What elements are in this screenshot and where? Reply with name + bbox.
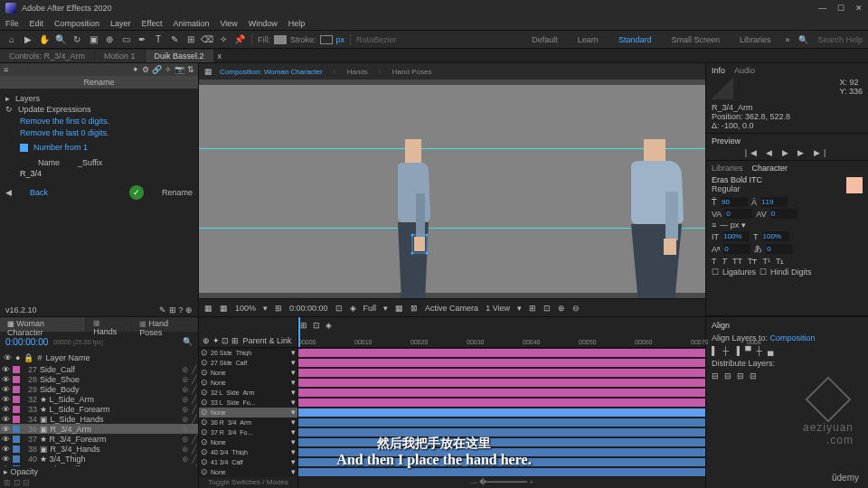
- search-help[interactable]: Search Help: [817, 35, 863, 44]
- selection-tool-icon[interactable]: ▶: [22, 33, 34, 46]
- duik-update[interactable]: Update Expressions: [18, 105, 91, 114]
- layer-row[interactable]: 👁36▣ R_3/4_Arm⊕ ╱: [0, 424, 198, 434]
- vscale[interactable]: [722, 231, 750, 241]
- roto-tool-icon[interactable]: ✧: [217, 33, 230, 46]
- menu-view[interactable]: View: [220, 19, 237, 28]
- text-tool-icon[interactable]: T: [152, 33, 165, 46]
- hand-tool-icon[interactable]: ✋: [38, 33, 51, 46]
- duik-camera-icon[interactable]: 📷: [175, 65, 184, 74]
- layer-row[interactable]: 👁34▣ L_Side_Hands⊕ ╱: [0, 414, 198, 424]
- minimize-button[interactable]: —: [818, 4, 826, 13]
- dist-icon[interactable]: ⊟: [737, 371, 744, 380]
- parent-cell[interactable]: ⊙None▾: [199, 408, 297, 418]
- track[interactable]: [298, 398, 705, 408]
- puppet-tool-icon[interactable]: 📌: [233, 33, 246, 46]
- track[interactable]: [298, 457, 705, 467]
- eraser-tool-icon[interactable]: ⌫: [201, 33, 213, 46]
- tracking[interactable]: [770, 209, 797, 219]
- timeline-timecode[interactable]: 0:00:00:00: [5, 337, 48, 347]
- zoom-tool-icon[interactable]: 🔍: [54, 33, 67, 46]
- subscript[interactable]: T₁: [776, 257, 785, 266]
- workspace-default[interactable]: Default: [526, 34, 563, 45]
- parent-cell[interactable]: ⊙41 3/4_Calf▾: [199, 457, 297, 467]
- menu-layer[interactable]: Layer: [110, 19, 131, 28]
- align-hcenter-icon[interactable]: ┼: [722, 346, 728, 355]
- track[interactable]: [298, 378, 705, 388]
- rotobezier-toggle[interactable]: RotoBezier: [356, 35, 397, 44]
- font-style[interactable]: Regular: [712, 184, 762, 193]
- timeline-tab-poses[interactable]: ▦ Hand Poses: [132, 317, 197, 332]
- dist-icon[interactable]: ⊟: [750, 371, 757, 380]
- duik-remove-last[interactable]: Remove the last 0 digits.: [20, 128, 193, 137]
- tsume[interactable]: [766, 244, 793, 254]
- parent-cell[interactable]: ⊙26 Side_Thigh▾: [199, 348, 297, 358]
- duik-numfrom[interactable]: Number from 1: [33, 143, 88, 152]
- resolution[interactable]: Full: [363, 304, 377, 313]
- menu-help[interactable]: Help: [288, 19, 306, 28]
- viewer-timecode[interactable]: 0:00:00:00: [289, 304, 328, 313]
- align-bottom-icon[interactable]: ▄: [768, 346, 773, 355]
- align-vcenter-icon[interactable]: ┼: [757, 346, 762, 355]
- duik-numfrom-checkbox[interactable]: [20, 144, 28, 152]
- align-left-icon[interactable]: ▌: [712, 346, 717, 355]
- panel-tab-duik[interactable]: Duik Bassel.2: [146, 50, 213, 62]
- track[interactable]: [298, 348, 705, 358]
- duik-settings-icon[interactable]: ⚙: [142, 65, 149, 74]
- duik-tool-icon[interactable]: ✦: [132, 65, 139, 74]
- duik-layers[interactable]: Layers: [15, 94, 40, 103]
- toggle-switches[interactable]: Toggle Switches / Modes: [199, 477, 297, 488]
- align-right-icon[interactable]: ▐: [734, 346, 740, 355]
- track[interactable]: [298, 358, 705, 368]
- search-icon[interactable]: 🔍: [798, 35, 808, 44]
- fill-swatch[interactable]: [274, 35, 287, 44]
- baseline[interactable]: [723, 244, 750, 254]
- duik-io-icon[interactable]: ⇅: [187, 65, 194, 74]
- parent-cell[interactable]: ⊙None▾: [199, 368, 297, 378]
- workspace-learn[interactable]: Learn: [572, 34, 604, 45]
- menu-edit[interactable]: Edit: [30, 19, 44, 28]
- dist-icon[interactable]: ⊟: [712, 371, 719, 380]
- font-size[interactable]: [721, 197, 748, 207]
- parent-cell[interactable]: ⊙37 R_3/4_Fo...▾: [199, 427, 297, 437]
- view-count[interactable]: 1 View: [486, 304, 510, 313]
- track[interactable]: [298, 447, 705, 457]
- faux-bold[interactable]: T: [712, 257, 717, 266]
- parent-cell[interactable]: ⊙36 R_3/4_Arm▾: [199, 418, 297, 427]
- layer-row[interactable]: 👁29Side_Body⊕ ╱: [0, 384, 198, 394]
- faux-italic[interactable]: T: [722, 257, 728, 266]
- parent-cell[interactable]: ⊙None▾: [199, 467, 297, 477]
- allcaps[interactable]: TT: [732, 257, 742, 266]
- menu-composition[interactable]: Composition: [54, 19, 99, 28]
- panel-tab-controls[interactable]: Controls: R_3/4_Arm: [0, 50, 94, 62]
- rotate-tool-icon[interactable]: ↻: [71, 33, 83, 46]
- track[interactable]: [298, 408, 705, 418]
- opacity-prop[interactable]: Opacity: [11, 467, 39, 476]
- track[interactable]: [298, 427, 705, 437]
- layer-row[interactable]: 👁27Side_Calf⊕ ╱: [0, 364, 198, 374]
- libraries-tab[interactable]: Libraries: [712, 164, 743, 173]
- composition-viewer[interactable]: [199, 80, 705, 298]
- stamp-tool-icon[interactable]: ⊞: [184, 33, 197, 46]
- stroke-width[interactable]: px: [336, 35, 345, 44]
- stroke-swatch[interactable]: [320, 35, 333, 44]
- parent-cell[interactable]: ⊙27 Side_Calf▾: [199, 358, 297, 368]
- tl-markers-icon[interactable]: ◈: [326, 321, 332, 330]
- duik-link-icon[interactable]: 🔗: [152, 65, 162, 74]
- tab-close[interactable]: x: [218, 52, 222, 61]
- active-camera[interactable]: Active Camera: [425, 304, 478, 313]
- track[interactable]: [298, 437, 705, 447]
- timeline-tab-main[interactable]: ▦ Woman Character: [0, 317, 85, 332]
- preview-controls[interactable]: |◀ ◀ ▶ ▶ ▶|: [712, 148, 863, 157]
- text-color-swatch[interactable]: [846, 177, 863, 193]
- duik-remove-first[interactable]: Remove the first 0 digits.: [20, 117, 193, 126]
- maximize-button[interactable]: ☐: [837, 4, 844, 13]
- back-icon[interactable]: ◀: [5, 188, 12, 197]
- close-button[interactable]: ✕: [855, 4, 863, 13]
- leading[interactable]: [760, 197, 788, 207]
- superscript[interactable]: T¹: [763, 257, 771, 266]
- layer-row[interactable]: 👁37★ R_3/4_Forearm⊕ ╱: [0, 434, 198, 444]
- workspace-standard[interactable]: Standard: [613, 34, 657, 45]
- dist-icon[interactable]: ⊟: [724, 371, 731, 380]
- track[interactable]: [298, 467, 705, 477]
- align-top-icon[interactable]: ▀: [745, 346, 750, 355]
